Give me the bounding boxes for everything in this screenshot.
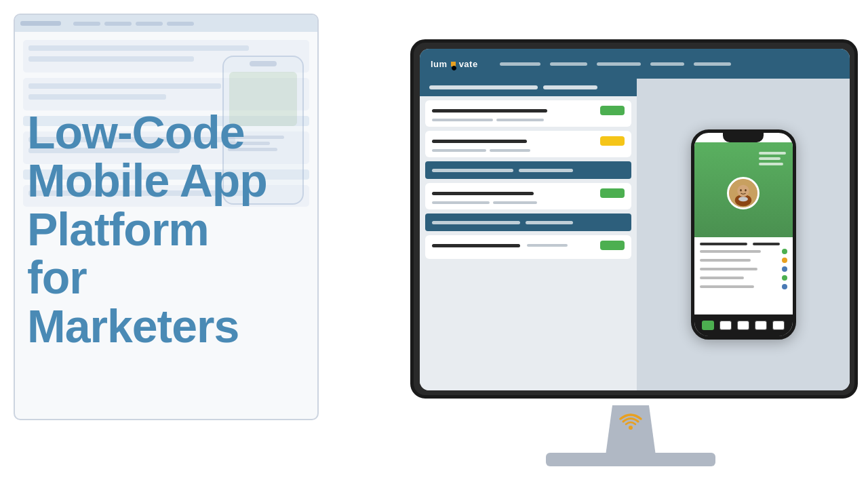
ghost-card-1 [23,40,309,73]
phone-screen-bottom [694,237,793,298]
nav-item-2[interactable] [550,62,587,66]
phone-line-2a [700,250,761,253]
list-item-2-sub2 [490,149,530,152]
headline-line3: Platform [27,203,209,255]
list-item-1-sub2 [496,119,544,121]
phone-screen-top [694,142,793,237]
phone-top-line-2 [759,157,781,160]
phone-row-5 [700,275,787,281]
phone-nav-5[interactable] [772,321,785,330]
list-header-line-1 [429,85,538,89]
phone-line-4a [700,268,757,270]
list-item-2-subrows [432,149,625,152]
nav-item-5[interactable] [694,62,731,66]
phone-dot-green-2 [782,275,787,281]
list-item-4-badge [600,241,625,250]
list-item-1-sub1 [432,119,493,121]
nav-item-4[interactable] [650,62,684,66]
phone-nav-2[interactable] [719,321,732,330]
list-item-1-subrows [432,119,625,121]
list-item-4[interactable] [425,235,631,259]
svg-point-2 [737,185,749,197]
list-item-3-sub1 [432,201,490,204]
headline-line4: for Marketers [27,251,239,351]
phone-row-1 [700,243,787,245]
list-header-1 [420,79,637,96]
app-content [420,79,850,390]
list-item-2-sub1 [432,149,486,152]
section-divider-2 [425,214,631,231]
phone-nav-3[interactable] [737,321,749,330]
phone-line-5a [700,277,744,279]
phone-row-4 [700,266,787,272]
logo-text-vate: vate [459,59,478,69]
list-item-4-row1 [432,241,625,250]
divider-2-line1 [432,221,520,224]
phone-row-6 [700,284,787,289]
phone-dot-green-1 [782,249,787,254]
header-nav [500,62,731,66]
headline-text: Low-Code Mobile App Platform for Markete… [27,108,271,350]
logo-orange-dot: ● [451,62,456,66]
nav-item-3[interactable] [597,62,641,66]
list-panel [420,79,637,390]
monitor-container: lum ● vate [353,20,868,468]
list-item-3-badge [600,188,625,198]
app-header: lum ● vate [420,49,850,79]
svg-point-4 [740,189,742,192]
phone-row-2 [700,249,787,254]
divider-1-line2 [519,169,573,172]
phone-panel [637,79,850,390]
svg-point-3 [738,197,748,201]
list-item-1-row1 [432,106,625,115]
phone-navbar [694,314,793,336]
phone-line-6a [700,285,754,288]
ghost-card-2 [23,78,309,110]
list-item-2[interactable] [425,131,631,157]
nav-item-1[interactable] [500,62,540,66]
avatar-svg [729,179,757,207]
svg-point-5 [745,189,747,192]
list-item-3[interactable] [425,183,631,209]
ghost-logo-line [20,21,61,26]
list-item-1-line1 [432,109,547,113]
stand-icon-container [617,408,644,436]
headline-line2: Mobile App [27,155,267,206]
phone-nav-4[interactable] [755,321,767,330]
phone-dot-blue-2 [782,284,787,289]
svg-point-6 [629,426,633,430]
list-item-1[interactable] [425,100,631,127]
list-item-2-badge [600,136,625,146]
phone-line-1a [700,243,747,245]
phone-nav-1[interactable] [702,321,714,330]
list-item-3-subrows [432,201,625,204]
list-item-4-line1 [432,244,520,247]
phone-top-lines [759,152,786,165]
divider-1-line1 [432,169,513,172]
list-item-1-badge [600,106,625,115]
phone-dot-blue-1 [782,266,787,272]
phone-line-3a [700,259,751,262]
phone-row-3 [700,258,787,263]
ghost-header [15,15,317,32]
phone-avatar [727,177,760,209]
list-header-line-2 [543,85,597,89]
monitor-base [546,453,715,466]
phone-mockup [691,129,796,340]
headline-container: Low-Code Mobile App Platform for Markete… [27,108,271,350]
phone-dot-orange-1 [782,258,787,263]
headline-line1: Low-Code [27,106,245,158]
phone-line-1b [753,243,780,245]
app-logo: lum ● vate [431,59,478,69]
logo-text-lum: lum [431,59,448,69]
list-item-2-row1 [432,136,625,146]
list-item-3-row1 [432,188,625,198]
list-item-4-sub [527,244,568,247]
list-item-2-line1 [432,140,527,143]
phone-top-line-1 [759,152,786,155]
phone-notch [723,133,764,142]
phone-top-line-3 [759,163,783,165]
monitor-screen: lum ● vate [420,49,850,390]
list-item-3-sub2 [493,201,537,204]
section-divider-1 [425,161,631,179]
